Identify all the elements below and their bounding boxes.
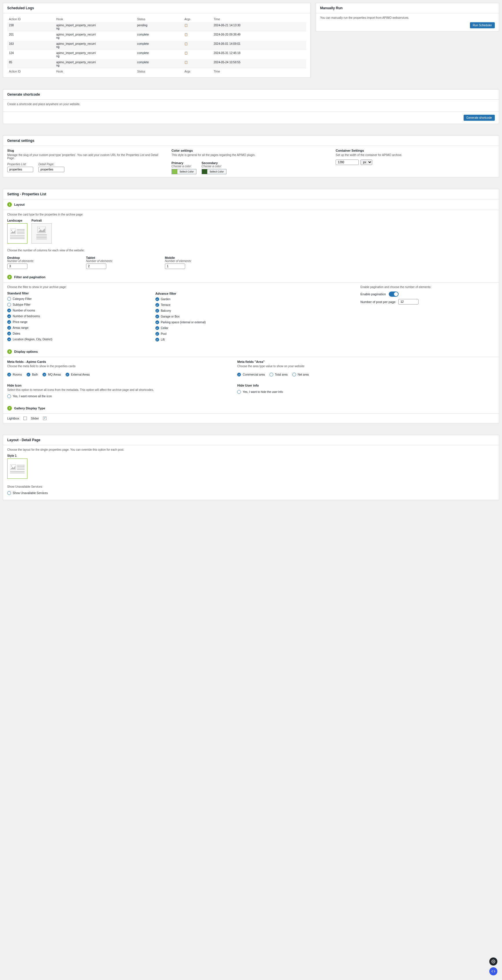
properties-list-label: Properties List: bbox=[7, 163, 33, 166]
std-filter-1-checkbox[interactable] bbox=[7, 303, 11, 307]
meta-fields-title: Meta fields - Apimo Cards bbox=[7, 360, 231, 363]
step-2-label: Filter and pagination bbox=[14, 275, 45, 279]
adv-filter-7-checkbox[interactable] bbox=[156, 338, 159, 342]
std-filter-0-checkbox[interactable] bbox=[7, 297, 11, 301]
mobile-columns-input[interactable] bbox=[165, 264, 185, 269]
portrait-label: Portrait bbox=[32, 219, 52, 222]
std-filter-2-checkbox[interactable] bbox=[7, 309, 11, 312]
generate-shortcode-button[interactable]: Generate shortcode bbox=[464, 115, 495, 121]
general-settings-title: General settings bbox=[3, 136, 499, 146]
advance-filter-title: Advance filter bbox=[156, 292, 311, 295]
detail-page-label: Detail Page: bbox=[38, 163, 64, 166]
area-0-checkbox[interactable] bbox=[237, 373, 241, 377]
enable-pagination-toggle[interactable] bbox=[389, 291, 399, 297]
clipboard-icon: 📋 bbox=[184, 33, 188, 36]
tablet-columns-input[interactable] bbox=[86, 264, 106, 269]
posts-per-page-input[interactable] bbox=[398, 299, 419, 304]
color-settings-title: Color settings bbox=[172, 149, 331, 152]
layout-portrait-option[interactable] bbox=[32, 223, 52, 243]
area-fields-title: Meta fields "Area" bbox=[237, 360, 461, 363]
properties-list-input[interactable] bbox=[7, 167, 33, 172]
std-filter-4-checkbox[interactable] bbox=[7, 320, 11, 324]
style-1-label: Style 1 bbox=[7, 454, 495, 457]
landscape-icon bbox=[10, 228, 25, 239]
hide-user-title: Hide User info bbox=[237, 384, 461, 387]
standard-filter-title: Standard filter bbox=[7, 291, 144, 295]
adv-filter-6-checkbox[interactable] bbox=[156, 332, 159, 336]
adv-filter-2-checkbox[interactable] bbox=[156, 309, 159, 313]
hide-icon-checkbox[interactable] bbox=[7, 395, 11, 398]
manually-run-desc: You can manually run the properties impo… bbox=[320, 16, 495, 19]
run-scheduler-button[interactable]: Run Scheduler bbox=[470, 22, 495, 28]
step-3-badge: 3 bbox=[7, 349, 12, 354]
lightbox-checkbox[interactable] bbox=[24, 417, 27, 420]
posts-per-page-label: Number of post per page bbox=[361, 300, 396, 304]
detail-page-title: Layout - Detail Page bbox=[3, 435, 499, 445]
portrait-icon bbox=[37, 226, 47, 240]
primary-label: Primary bbox=[172, 161, 196, 165]
step-2-badge: 2 bbox=[7, 275, 12, 279]
adv-filter-1-checkbox[interactable] bbox=[156, 303, 159, 307]
logs-table: Action ID Hook Status Args Time 238apimo… bbox=[7, 16, 306, 75]
svg-point-12 bbox=[39, 228, 40, 229]
clipboard-icon: 📋 bbox=[184, 51, 188, 55]
landscape-label: Landscape bbox=[7, 219, 27, 222]
meta-2-checkbox[interactable] bbox=[43, 373, 46, 377]
step-7-label: Gallery Display Type bbox=[14, 407, 45, 410]
adv-filter-4-checkbox[interactable] bbox=[156, 320, 159, 324]
container-width-input[interactable] bbox=[336, 159, 359, 165]
slug-title: Slug bbox=[7, 149, 166, 152]
hide-user-checkbox[interactable] bbox=[237, 390, 241, 394]
desktop-columns-input[interactable] bbox=[7, 264, 27, 269]
slider-checkbox[interactable] bbox=[43, 417, 46, 420]
clipboard-icon: 📋 bbox=[184, 60, 188, 64]
meta-3-checkbox[interactable] bbox=[65, 373, 69, 377]
container-settings-desc: Set up the width of the container for AP… bbox=[336, 153, 495, 157]
container-unit-select[interactable]: px bbox=[361, 159, 372, 165]
step-1-label: Layout bbox=[14, 203, 25, 206]
area-1-checkbox[interactable] bbox=[270, 373, 273, 377]
table-row: 238apimo_import_property_recurringpendin… bbox=[7, 22, 306, 32]
area-2-checkbox[interactable] bbox=[292, 373, 296, 377]
secondary-select-color-button[interactable]: Select Color bbox=[207, 169, 226, 174]
clipboard-icon: 📋 bbox=[184, 24, 188, 27]
general-settings-panel: General settings Slug Manage the slug of… bbox=[3, 135, 499, 177]
std-filter-5-checkbox[interactable] bbox=[7, 326, 11, 330]
primary-select-color-button[interactable]: Select Color bbox=[177, 169, 196, 174]
generate-shortcode-title: Generate shortcode bbox=[3, 89, 499, 100]
adv-filter-5-checkbox[interactable] bbox=[156, 326, 159, 330]
manually-run-title: Manually Run bbox=[316, 3, 499, 13]
color-settings-desc: This style is general for all the pages … bbox=[172, 153, 331, 157]
secondary-color-swatch[interactable] bbox=[202, 169, 207, 174]
show-unavailable-checkbox[interactable] bbox=[7, 491, 11, 495]
step-1-badge: 1 bbox=[7, 202, 12, 207]
hide-icon-title: Hide Icon bbox=[7, 384, 231, 387]
detail-page-input[interactable] bbox=[38, 167, 64, 172]
show-unavailable-label: Show Unavailable Services bbox=[7, 485, 495, 488]
svg-marker-11 bbox=[38, 228, 45, 232]
generate-shortcode-desc: Create a shortcode and place anywhere on… bbox=[7, 103, 495, 106]
std-filter-6-checkbox[interactable] bbox=[7, 332, 11, 336]
meta-0-checkbox[interactable] bbox=[7, 373, 11, 377]
properties-list-title: Setting - Properties List bbox=[3, 189, 499, 199]
adv-filter-0-checkbox[interactable] bbox=[156, 297, 159, 301]
secondary-label: Secondary bbox=[202, 161, 226, 165]
container-settings-title: Container Settings bbox=[336, 149, 495, 152]
mobile-label: Mobile bbox=[165, 256, 192, 259]
primary-color-swatch[interactable] bbox=[172, 169, 177, 174]
enable-pagination-label: Enable pagination bbox=[361, 293, 386, 296]
svg-point-2 bbox=[11, 230, 12, 231]
slider-label: Slider bbox=[31, 417, 39, 420]
step-3-label: Display options bbox=[14, 350, 38, 353]
lightbox-label: Lightbox bbox=[7, 417, 19, 420]
adv-filter-3-checkbox[interactable] bbox=[156, 315, 159, 318]
layout-style-1-option[interactable] bbox=[7, 458, 27, 479]
layout-landscape-option[interactable] bbox=[7, 223, 27, 243]
slug-desc: Manage the slug of your custom post type… bbox=[7, 153, 166, 160]
std-filter-3-checkbox[interactable] bbox=[7, 314, 11, 318]
meta-1-checkbox[interactable] bbox=[27, 373, 30, 377]
desktop-label: Desktop bbox=[7, 256, 34, 259]
std-filter-7-checkbox[interactable] bbox=[7, 337, 11, 341]
scheduled-logs-panel: Scheduled Logs Action ID Hook Status Arg… bbox=[3, 3, 310, 78]
style-1-icon bbox=[10, 464, 25, 473]
